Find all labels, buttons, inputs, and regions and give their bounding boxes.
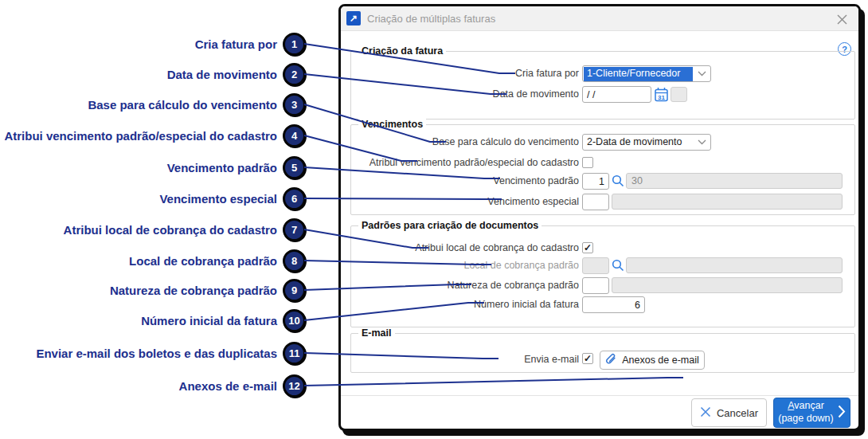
- local-cobranca-code-input: [582, 257, 609, 274]
- natureza-cobranca-code-input[interactable]: [582, 277, 609, 294]
- callout-numero-inicial: Número inicial da fatura 10: [0, 308, 306, 332]
- numero-inicial-input[interactable]: [582, 296, 645, 313]
- callout-label: Vencimento padrão: [167, 161, 277, 174]
- avancar-button-sublabel: (page down): [778, 413, 834, 424]
- callout-number-badge: 2: [283, 63, 306, 86]
- paperclip-icon: [605, 353, 617, 368]
- cancel-x-icon: [700, 406, 711, 420]
- label-base-calculo: Base para cálculo do vencimento: [354, 136, 579, 147]
- callout-label: Cria fatura por: [195, 37, 277, 51]
- vencimento-padrao-desc-field: 30: [626, 173, 843, 189]
- vencimento-especial-code-input[interactable]: [582, 194, 609, 210]
- label-data-de-movimento: Data de movimento: [354, 88, 579, 100]
- label-vencimento-especial: Vencimento especial: [354, 196, 579, 207]
- chevron-down-icon: [693, 71, 710, 76]
- label-vencimento-padrao: Vencimento padrão: [354, 175, 579, 186]
- anexos-email-button[interactable]: Anexos de e-mail: [600, 351, 705, 370]
- callout-label: Local de cobrança padrão: [129, 254, 277, 268]
- group-criacao-da-fatura: Criação da fatura: [350, 51, 855, 120]
- avancar-button[interactable]: Avançar (page down): [773, 398, 850, 428]
- callout-label: Data de movimento: [167, 68, 277, 81]
- app-window-icon: ↗: [346, 11, 361, 25]
- callout-number-badge: 9: [283, 279, 306, 302]
- callout-number-badge: 12: [283, 374, 306, 398]
- window-title: Criação de múltiplas faturas: [367, 13, 495, 25]
- label-local-cobranca: Local de cobrança padrão: [354, 260, 579, 271]
- label-envia-email: Envia e-mail: [354, 354, 579, 365]
- callout-number-badge: 10: [283, 309, 306, 332]
- date-extra-button: [671, 87, 687, 102]
- callout-atribui-vencimento: Atribui vencimento padrão/especial do ca…: [0, 123, 306, 147]
- dialog-criacao-multiplas-faturas: ↗ Criação de múltiplas faturas ? Criação…: [338, 4, 861, 431]
- atribui-local-checkbox[interactable]: ✓: [582, 242, 593, 253]
- callout-number-badge: 4: [283, 124, 306, 147]
- data-de-movimento-input[interactable]: [582, 86, 651, 103]
- callout-label: Enviar e-mail dos boletos e das duplicat…: [36, 347, 277, 360]
- envia-email-checkbox[interactable]: ✓: [582, 353, 593, 364]
- callout-base-calculo: Base para cálculo do vencimento 3: [0, 92, 306, 116]
- cria-fatura-por-select[interactable]: 1-Cliente/Fornecedor: [582, 65, 711, 82]
- callout-natureza-cobranca: Natureza de cobrança padrão 9: [0, 278, 306, 302]
- callout-number-badge: 7: [283, 218, 306, 241]
- callout-anexos-email: Anexos de e-mail 12: [0, 374, 306, 398]
- chevron-right-icon: [838, 405, 846, 421]
- callout-label: Atribui local de cobrança do cadastro: [64, 223, 277, 237]
- label-atribui-local: Atribui local de cobrança do cadastro: [354, 242, 579, 253]
- callout-label: Número inicial da fatura: [141, 314, 277, 327]
- callout-label: Atribui vencimento padrão/especial do ca…: [4, 129, 277, 143]
- anexos-email-button-label: Anexos de e-mail: [622, 355, 699, 366]
- label-cria-fatura-por: Cria fatura por: [354, 68, 579, 79]
- callout-label: Base para cálculo do vencimento: [88, 98, 277, 112]
- titlebar: ↗ Criação de múltiplas faturas: [341, 6, 858, 31]
- callout-label: Natureza de cobrança padrão: [110, 284, 277, 297]
- callout-label: Anexos de e-mail: [179, 379, 277, 393]
- close-icon[interactable]: [835, 12, 849, 26]
- callout-vencimento-especial: Vencimento especial 6: [0, 186, 306, 210]
- callout-number-badge: 3: [283, 93, 306, 116]
- search-icon[interactable]: [612, 174, 624, 187]
- search-icon[interactable]: [612, 259, 624, 272]
- footer-divider: [341, 395, 858, 396]
- callout-cria-fatura-por: Cria fatura por 1: [0, 32, 306, 56]
- selected-option: 2-Data de movimento: [584, 135, 693, 150]
- atribui-vencimento-checkbox[interactable]: [582, 157, 593, 168]
- callout-number-badge: 5: [283, 156, 306, 179]
- group-legend: Vencimentos: [358, 119, 426, 130]
- callout-vencimento-padrao: Vencimento padrão 5: [0, 155, 306, 179]
- natureza-cobranca-desc-field: [612, 277, 843, 293]
- callout-label: Vencimento especial: [159, 192, 277, 206]
- calendar-icon[interactable]: 31: [655, 87, 668, 102]
- avancar-button-label: Avançar: [778, 400, 834, 413]
- selected-option: 1-Cliente/Fornecedor: [584, 67, 693, 81]
- group-legend: Padrões para criação de documentos: [358, 220, 542, 231]
- callout-enviar-email: Enviar e-mail dos boletos e das duplicat…: [0, 341, 306, 365]
- cancelar-button[interactable]: Cancelar: [691, 398, 767, 427]
- callout-number-badge: 1: [283, 33, 306, 56]
- callout-number-badge: 11: [283, 342, 306, 365]
- annotated-screenshot: Cria fatura por 1 Data de movimento 2 Ba…: [0, 0, 868, 439]
- svg-text:31: 31: [658, 94, 665, 101]
- label-atribui-vencimento: Atribui vencimento padrão/especial do ca…: [354, 157, 579, 168]
- callout-atribui-local: Atribui local de cobrança do cadastro 7: [0, 218, 306, 241]
- local-cobranca-desc-field: [626, 257, 843, 273]
- label-numero-inicial: Número inicial da fatura: [354, 299, 579, 310]
- cancelar-button-label: Cancelar: [717, 407, 758, 419]
- callout-number-badge: 8: [283, 249, 306, 272]
- callout-local-cobranca: Local de cobrança padrão 8: [0, 249, 306, 272]
- callout-data-de-movimento: Data de movimento 2: [0, 62, 306, 86]
- callout-number-badge: 6: [283, 187, 306, 210]
- chevron-down-icon: [693, 139, 710, 145]
- group-legend: Criação da fatura: [358, 45, 446, 57]
- group-legend: E-mail: [358, 327, 395, 339]
- vencimento-padrao-code-input[interactable]: [582, 173, 609, 190]
- base-calculo-select[interactable]: 2-Data de movimento: [582, 134, 711, 151]
- label-natureza-cobranca: Natureza de cobrança padrão: [354, 280, 579, 291]
- vencimento-especial-desc-field: [612, 194, 843, 210]
